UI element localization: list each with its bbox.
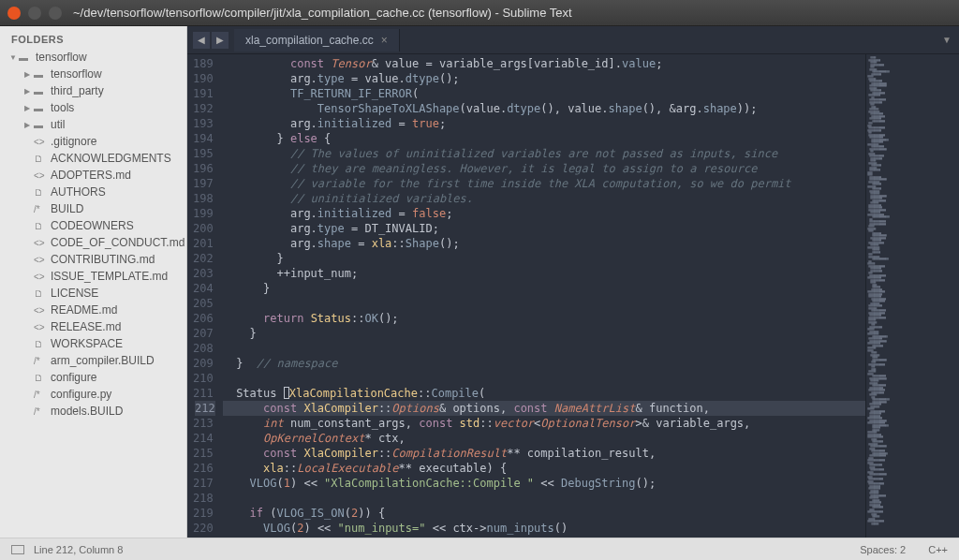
tree-item[interactable]: <>CONTRIBUTING.md xyxy=(0,251,186,268)
tree-item[interactable]: /*BUILD xyxy=(0,200,186,217)
tree-item[interactable]: 🗋AUTHORS xyxy=(0,184,186,200)
file-icon: 🗋 xyxy=(34,373,47,383)
file-icon: 🗋 xyxy=(34,187,47,198)
tab-prev-icon[interactable]: ◀ xyxy=(193,32,210,49)
folder-icon: ▬ xyxy=(34,120,47,130)
window-controls xyxy=(7,7,62,20)
folder-icon: ▬ xyxy=(19,52,32,63)
chevron-right-icon: ▶ xyxy=(24,87,34,96)
code-area[interactable]: const Tensor& value = variable_args[vari… xyxy=(223,54,865,560)
minimap-content: ██████ █████████████ ███████ ███████████… xyxy=(866,54,940,526)
tree-label: WORKSPACE xyxy=(51,337,123,350)
tree-item[interactable]: /*models.BUILD xyxy=(0,403,186,420)
file-script-icon: /* xyxy=(34,356,47,366)
file-script-icon: /* xyxy=(34,204,47,214)
file-icon: 🗋 xyxy=(34,288,47,299)
panel-icon[interactable] xyxy=(11,545,24,554)
tree-item[interactable]: 🗋WORKSPACE xyxy=(0,335,186,352)
tree-item[interactable]: 🗋CODEOWNERS xyxy=(0,217,186,234)
tree-label: RELEASE.md xyxy=(51,320,121,333)
tree-label: CODEOWNERS xyxy=(51,219,134,232)
file-code-icon: <> xyxy=(34,272,47,282)
folder-icon: ▬ xyxy=(34,86,47,96)
tree-label: third_party xyxy=(51,84,104,97)
file-icon: 🗋 xyxy=(34,339,47,349)
titlebar: ~/dev/tensorflow/tensorflow/compiler/jit… xyxy=(0,0,959,26)
cursor-position: Line 212, Column 8 xyxy=(34,544,123,555)
tree-item[interactable]: /*configure.py xyxy=(0,386,186,403)
tree-item[interactable]: <>RELEASE.md xyxy=(0,318,186,335)
syntax-setting[interactable]: C++ xyxy=(928,544,948,555)
tree-label: README.md xyxy=(51,303,117,317)
tree-item[interactable]: <>README.md xyxy=(0,302,186,318)
tree-label: CODE_OF_CONDUCT.md xyxy=(51,236,184,249)
tree-item[interactable]: 🗋ACKNOWLEDGMENTS xyxy=(0,150,186,167)
tree-item[interactable]: <>.gitignore xyxy=(0,133,186,150)
tree-label: ADOPTERS.md xyxy=(51,169,131,182)
editor[interactable]: 1891901911921931941951961971981992002012… xyxy=(187,54,959,560)
tree-label: configure.py xyxy=(51,388,111,401)
tree-label: CONTRIBUTING.md xyxy=(51,253,155,266)
file-code-icon: <> xyxy=(34,305,47,316)
file-code-icon: <> xyxy=(34,137,47,147)
tab-dropdown-icon[interactable]: ▼ xyxy=(942,35,952,45)
tree-label: ISSUE_TEMPLATE.md xyxy=(51,270,168,283)
chevron-right-icon: ▶ xyxy=(24,70,34,79)
tab-file[interactable]: xla_compilation_cache.cc × xyxy=(234,29,400,52)
tree-item[interactable]: ▶▬tensorflow xyxy=(0,66,186,82)
tree-item[interactable]: /*arm_compiler.BUILD xyxy=(0,352,186,369)
chevron-down-icon: ▼ xyxy=(9,53,19,62)
tree-item[interactable]: <>ADOPTERS.md xyxy=(0,167,186,184)
minimap[interactable]: ██████ █████████████ ███████ ███████████… xyxy=(865,54,959,560)
file-script-icon: /* xyxy=(34,406,47,417)
tree-label: configure xyxy=(51,371,96,384)
tab-close-icon[interactable]: × xyxy=(381,34,388,47)
tree-label: util xyxy=(51,118,65,131)
file-code-icon: <> xyxy=(34,238,47,248)
tree-label: ACKNOWLEDGMENTS xyxy=(51,152,171,165)
tree-item[interactable]: 🗋LICENSE xyxy=(0,285,186,302)
minimize-icon[interactable] xyxy=(28,7,41,20)
tree-label: tools xyxy=(51,101,74,114)
file-icon: 🗋 xyxy=(34,154,47,164)
tree-label: .gitignore xyxy=(51,135,96,148)
tabbar: ◀ ▶ xla_compilation_cache.cc × ▼ xyxy=(187,26,959,54)
chevron-right-icon: ▶ xyxy=(24,121,34,129)
folder-icon: ▬ xyxy=(34,69,47,80)
tree-item[interactable]: ▶▬util xyxy=(0,116,186,133)
gutter: 1891901911921931941951961971981992002012… xyxy=(187,54,223,560)
indent-setting[interactable]: Spaces: 2 xyxy=(860,544,906,555)
tree-item[interactable]: <>ISSUE_TEMPLATE.md xyxy=(0,268,186,285)
tree-item[interactable]: ▶▬tools xyxy=(0,99,186,116)
tree-label: tensorflow xyxy=(36,51,87,64)
tree-label: AUTHORS xyxy=(51,185,106,199)
tree-label: BUILD xyxy=(51,202,83,215)
folder-sidebar[interactable]: FOLDERS ▼▬tensorflow▶▬tensorflow▶▬third_… xyxy=(0,26,187,560)
tab-next-icon[interactable]: ▶ xyxy=(212,32,229,49)
maximize-icon[interactable] xyxy=(49,7,62,20)
file-code-icon: <> xyxy=(34,322,47,332)
file-script-icon: /* xyxy=(34,390,47,400)
chevron-right-icon: ▶ xyxy=(24,104,34,112)
folder-icon: ▬ xyxy=(34,103,47,113)
tree-item[interactable]: ▶▬third_party xyxy=(0,82,186,99)
file-icon: 🗋 xyxy=(34,221,47,231)
tree-label: models.BUILD xyxy=(51,405,123,418)
tree-label: tensorflow xyxy=(51,67,102,81)
tree-item[interactable]: 🗋configure xyxy=(0,369,186,386)
sidebar-header: FOLDERS xyxy=(0,26,186,49)
statusbar: Line 212, Column 8 Spaces: 2 C++ xyxy=(0,538,959,560)
file-code-icon: <> xyxy=(34,255,47,265)
editor-main: ◀ ▶ xla_compilation_cache.cc × ▼ 1891901… xyxy=(187,26,959,560)
tree-item[interactable]: <>CODE_OF_CONDUCT.md xyxy=(0,234,186,251)
tree-label: arm_compiler.BUILD xyxy=(51,354,155,367)
file-code-icon: <> xyxy=(34,170,47,181)
tree-label: LICENSE xyxy=(51,287,98,300)
window-title: ~/dev/tensorflow/tensorflow/compiler/jit… xyxy=(73,6,572,20)
tab-label: xla_compilation_cache.cc xyxy=(245,34,374,47)
close-icon[interactable] xyxy=(7,7,21,20)
tab-nav: ◀ ▶ xyxy=(187,32,234,49)
tree-item[interactable]: ▼▬tensorflow xyxy=(0,49,186,66)
